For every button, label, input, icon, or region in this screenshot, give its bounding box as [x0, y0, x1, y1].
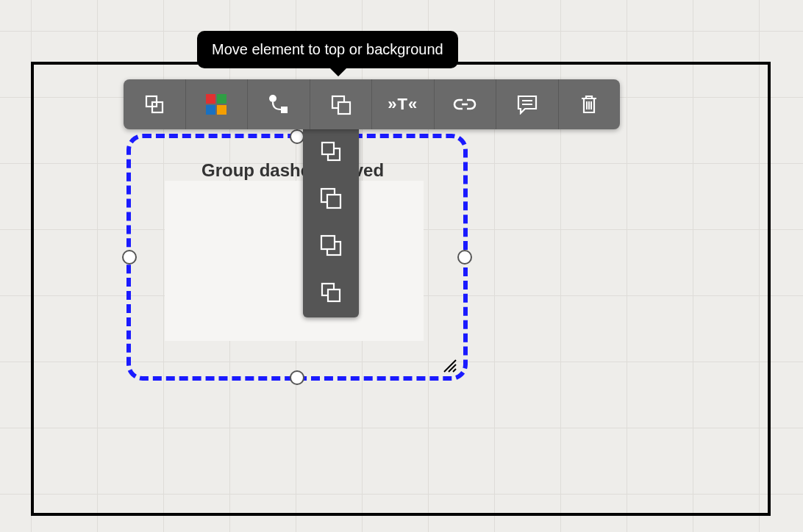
layer-order-submenu [303, 129, 359, 317]
selection-bounds[interactable]: Group dashed curved [126, 134, 468, 381]
svg-point-2 [269, 95, 276, 102]
svg-rect-18 [328, 290, 340, 301]
tooltip: Move element to top or background [197, 31, 458, 68]
bring-to-front-icon [319, 140, 343, 166]
comment-button[interactable] [496, 79, 559, 129]
context-toolbar: »T« [124, 79, 620, 129]
send-to-back-icon [319, 281, 343, 307]
svg-rect-14 [327, 195, 340, 208]
resize-handle-left[interactable] [122, 250, 137, 265]
svg-rect-3 [281, 107, 288, 113]
resize-handle-right[interactable] [457, 250, 472, 265]
bring-to-front-button[interactable] [303, 129, 359, 176]
color-button[interactable] [186, 79, 249, 129]
bring-forward-button[interactable] [303, 176, 359, 223]
text-style-icon: »T« [388, 95, 418, 114]
svg-rect-16 [321, 236, 335, 249]
copy-icon [143, 93, 165, 115]
text-style-button[interactable]: »T« [372, 79, 435, 129]
svg-rect-12 [322, 143, 334, 154]
comment-icon [516, 94, 538, 115]
bring-forward-icon [318, 186, 343, 214]
resize-handle-corner[interactable] [441, 357, 459, 375]
copy-button[interactable] [124, 79, 186, 129]
selected-inner-shape[interactable] [165, 181, 424, 341]
resize-handle-top[interactable] [290, 129, 304, 144]
send-to-back-button[interactable] [303, 270, 359, 317]
send-backward-button[interactable] [303, 223, 359, 270]
layer-order-button[interactable] [310, 79, 373, 129]
link-icon [452, 97, 477, 112]
resize-handle-bottom[interactable] [290, 370, 304, 385]
link-button[interactable] [435, 79, 497, 129]
trash-icon [579, 93, 599, 115]
delete-button[interactable] [559, 79, 621, 129]
connector-button[interactable] [248, 79, 310, 129]
connector-icon [266, 93, 291, 115]
send-backward-icon [318, 233, 343, 261]
svg-rect-5 [338, 102, 350, 114]
layer-order-icon [329, 93, 352, 116]
color-palette-icon [206, 94, 226, 115]
tooltip-text: Move element to top or background [212, 41, 443, 57]
